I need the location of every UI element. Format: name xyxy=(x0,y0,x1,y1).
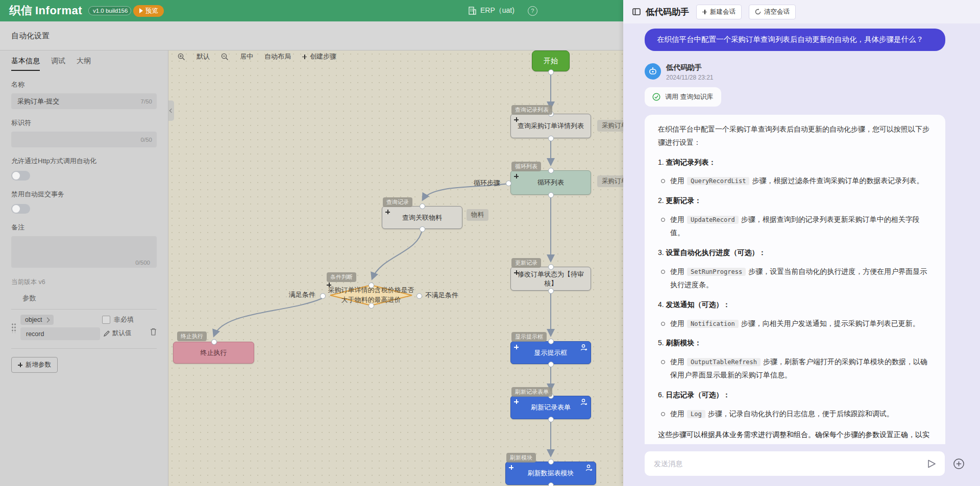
port[interactable] xyxy=(506,181,511,186)
reply-intro: 在织信平台中配置一个采购订单查询列表后自动更新的自动化步骤，您可以按照以下步骤进… xyxy=(658,123,932,149)
bullet-icon xyxy=(661,218,665,222)
port[interactable] xyxy=(548,69,554,75)
code-chip: QueryRecordList xyxy=(687,177,749,185)
tab-outline[interactable]: 大纲 xyxy=(77,57,91,71)
node-query-material[interactable]: 查询关联物料 xyxy=(382,206,462,229)
disable-autocommit-toggle[interactable] xyxy=(11,204,30,214)
name-input[interactable] xyxy=(16,97,136,106)
chat-input[interactable] xyxy=(645,451,945,476)
node-refresh-table-module[interactable]: 刷新数据表模块 xyxy=(505,462,596,485)
add-step-icon[interactable] xyxy=(327,283,331,287)
add-step-icon[interactable] xyxy=(509,465,513,470)
param-type-select[interactable]: object xyxy=(20,315,54,325)
zoom-preset-button[interactable]: 默认 xyxy=(197,52,210,61)
add-step-icon[interactable] xyxy=(514,399,519,404)
name-counter: 7/50 xyxy=(141,98,152,105)
add-step-icon[interactable] xyxy=(385,210,390,214)
default-value-button[interactable]: 默认值 xyxy=(104,329,132,338)
step-type-badge: 刷新模块 xyxy=(506,453,536,463)
panel-collapse-icon[interactable] xyxy=(632,8,641,15)
code-chip: UpdateRecord xyxy=(687,216,739,224)
port[interactable] xyxy=(548,417,554,422)
create-step-button[interactable]: 创建步骤 xyxy=(302,52,336,61)
port[interactable] xyxy=(548,339,554,344)
add-step-icon[interactable] xyxy=(514,117,519,122)
bullet-icon xyxy=(661,322,665,326)
node-label: 开始 xyxy=(544,57,558,66)
identifier-counter: 0/50 xyxy=(141,137,152,143)
assistant-avatar xyxy=(645,63,661,80)
node-label: 查询关联物料 xyxy=(402,213,442,222)
node-condition[interactable]: 采购订单详情的含税价格是否大于物料的最高进价 xyxy=(330,285,412,305)
message-list[interactable]: 在织信平台中配置一个采购订单查询列表后自动更新的自动化，具体步骤是什么？ 低代码… xyxy=(623,23,980,444)
add-param-button[interactable]: 新增参数 xyxy=(11,357,58,373)
chat-input-row xyxy=(645,451,965,476)
divider xyxy=(11,348,157,349)
drag-handle-icon[interactable] xyxy=(11,323,16,333)
node-start[interactable]: 开始 xyxy=(532,50,570,71)
port[interactable] xyxy=(548,264,554,270)
preview-button[interactable]: 预览 xyxy=(133,5,164,17)
port[interactable] xyxy=(369,303,374,309)
node-query-po-detail-list[interactable]: 查询采购订单详情列表 xyxy=(510,114,591,138)
tool-call-label: 调用 查询知识库 xyxy=(665,92,714,101)
optional-label: 非必填 xyxy=(114,315,134,324)
port[interactable] xyxy=(211,339,217,345)
new-session-button[interactable]: 新建会话 xyxy=(696,5,742,19)
port[interactable] xyxy=(420,226,425,232)
plus-icon xyxy=(18,363,22,367)
add-step-icon[interactable] xyxy=(514,345,519,349)
tab-debug[interactable]: 调试 xyxy=(51,57,65,71)
port[interactable] xyxy=(416,293,422,299)
current-version: 当前版本 v6 xyxy=(11,278,157,287)
node-terminate[interactable]: 终止执行 xyxy=(173,342,254,364)
port[interactable] xyxy=(369,283,374,288)
zoom-in-icon[interactable] xyxy=(178,53,185,61)
attach-icon[interactable] xyxy=(953,458,965,470)
port[interactable] xyxy=(548,482,554,486)
help-icon[interactable]: ? xyxy=(528,6,537,16)
port[interactable] xyxy=(320,293,326,299)
chevron-right-icon xyxy=(45,317,50,322)
port[interactable] xyxy=(548,288,554,294)
message-input[interactable] xyxy=(653,459,920,468)
new-session-label: 新建会话 xyxy=(710,8,736,16)
step-type-badge: 查询记录 xyxy=(383,197,412,207)
delete-param-icon[interactable] xyxy=(150,328,157,338)
zoom-out-icon[interactable] xyxy=(221,53,229,61)
node-loop-list[interactable]: 循环列表 xyxy=(510,170,591,195)
param-name-input[interactable] xyxy=(25,330,109,338)
http-call-toggle[interactable] xyxy=(11,171,30,181)
identifier-input[interactable] xyxy=(16,135,136,144)
tab-basic-info[interactable]: 基本信息 xyxy=(11,57,40,71)
node-refresh-form[interactable]: 刷新记录表单 xyxy=(510,396,591,419)
optional-checkbox[interactable] xyxy=(102,316,110,324)
clear-session-button[interactable]: 清空会话 xyxy=(749,5,796,19)
node-update-status[interactable]: 修改订单状态为【待审核】 xyxy=(510,267,591,291)
port[interactable] xyxy=(548,168,554,173)
top-bar: 织信 Informat v1.0 build156 预览 ERP（uat) ? xyxy=(0,0,623,21)
auto-layout-button[interactable]: 自动布局 xyxy=(264,52,291,61)
sidebar-collapse-handle[interactable] xyxy=(168,100,174,121)
add-step-icon[interactable] xyxy=(514,174,519,178)
remark-textarea[interactable]: 0/500 xyxy=(11,236,157,268)
reply-step-heading: 4. 发送通知（可选）： xyxy=(658,298,932,312)
center-button[interactable]: 居中 xyxy=(240,52,253,61)
flow-canvas[interactable]: 默认 居中 自动布局 创建步骤 xyxy=(168,50,623,486)
logo-cjk: 织信 xyxy=(9,3,32,18)
assignee-icon xyxy=(580,399,587,407)
node-show-dialog[interactable]: 显示提示框 xyxy=(510,341,591,364)
environment-switcher[interactable]: ERP（uat) ? xyxy=(469,0,537,21)
send-icon[interactable] xyxy=(927,459,937,469)
tool-call-chip[interactable]: 调用 查询知识库 xyxy=(645,87,721,107)
port[interactable] xyxy=(548,459,554,465)
node-label: 循环列表 xyxy=(537,178,564,187)
port[interactable] xyxy=(548,362,554,367)
reply-step-heading: 1. 查询记录列表： xyxy=(658,156,932,169)
panel-header: 自动化设置 xyxy=(0,21,623,50)
port[interactable] xyxy=(548,192,554,198)
code-chip: SetRunProgress xyxy=(687,268,746,276)
add-step-icon[interactable] xyxy=(514,270,519,275)
port[interactable] xyxy=(548,136,554,141)
port[interactable] xyxy=(420,203,425,209)
